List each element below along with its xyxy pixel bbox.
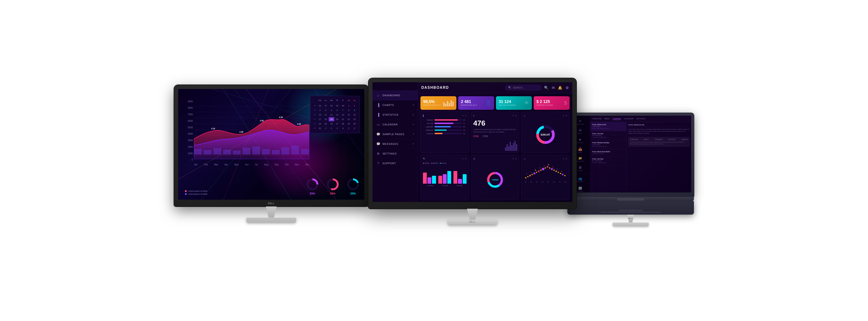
close-icon-5[interactable]: × [515, 157, 517, 160]
sidebar-label-support: SUPPORT [382, 162, 414, 165]
search-input[interactable] [513, 87, 538, 89]
laptop-trackpad[interactable] [617, 198, 644, 201]
support-icon: ? [376, 161, 380, 165]
chart-y-labels: 9000 8000 7000 6000 5000 4000 3000 2000 … [185, 100, 194, 161]
sidebar-item-statistick[interactable]: ▐ STATISTICK ▾ [373, 110, 417, 120]
chart-svg: 3.1k 2.9k 3.5k 4.2k 3.2k [194, 100, 309, 159]
kpi-row: 98,5% LOREM IPSUM SIT [418, 94, 572, 111]
email-reading-pane: From: Rebecca Ali Lorem ipsum dolor sit … [627, 122, 691, 192]
statistick-icon: ▐ [376, 113, 380, 117]
dollar-icon: $ [564, 100, 567, 106]
email-from-3: From: Michael DevOps [592, 142, 625, 143]
svg-rect-25 [272, 150, 280, 155]
laptop-tab-calendar[interactable]: CALENDAR [624, 118, 633, 120]
plus-icon-2[interactable]: + [512, 114, 514, 117]
email-subject-2: Re: AnyPrinting [592, 135, 625, 136]
laptop-tab-starred[interactable]: STARRED [613, 118, 621, 120]
calendar-icon: ▭ [376, 122, 380, 127]
eye-icon: 👁 [524, 100, 529, 106]
laptop-tab-inbox[interactable]: INBOX [604, 118, 610, 120]
sidebar-item-settings[interactable]: ⚙ SETTINGS [373, 149, 417, 159]
messages-icon: 💬 [376, 142, 380, 146]
laptop-nav-label-important: IMPORTANT [576, 161, 585, 162]
settings-icon: ⚙ [376, 152, 380, 156]
svg-rect-23 [252, 147, 260, 155]
plus-icon-3[interactable]: + [563, 114, 564, 117]
email-item-2[interactable]: From: Jon Doe Re: AnyPrinting Consectetu… [590, 131, 626, 140]
email-item-5[interactable]: From: Jon Doe Re: AnyPrinting Et dolore … [590, 156, 626, 165]
sample-pages-icon: 💬 [376, 132, 380, 136]
left-monitor-brand: DELL [268, 202, 275, 205]
svg-point-69 [539, 167, 540, 168]
sidebar-logo [373, 82, 417, 91]
svg-point-52 [536, 171, 537, 173]
donut-svg-2 [326, 178, 340, 191]
left-monitor-screen: mo tu we th fr sa su 48 26 27 28 29 [178, 89, 364, 200]
close-icon-6[interactable]: × [565, 157, 567, 160]
laptop-stand [567, 215, 694, 226]
kpi-card-2: 2 481 ADIPISCING ELIT 👤 [458, 96, 494, 110]
svg-point-57 [547, 166, 548, 168]
email-item-1[interactable]: From: Rebecca Ali Lorem ipsum... Lorem i… [590, 122, 626, 131]
close-icon-4[interactable]: × [465, 157, 467, 160]
laptop-nav-label-company: Company [577, 190, 583, 192]
svg-point-60 [553, 169, 555, 171]
close-icon-2[interactable]: × [515, 114, 517, 117]
plus-icon[interactable]: + [462, 114, 464, 117]
sent-icon: 📤 [578, 147, 582, 151]
sidebar-item-charts[interactable]: ▐ CHARTS ▾ [373, 100, 417, 110]
svg-point-56 [545, 167, 546, 168]
sidebar-item-dashboard[interactable]: ⌂ DASHBOARD [373, 91, 417, 100]
svg-text:2.9k: 2.9k [239, 131, 244, 133]
laptop-tab-settings[interactable]: SETTINGS [636, 118, 645, 120]
middle-monitor-screen: ⌂ DASHBOARD ▐ CHARTS ▾ ▐ STATISTICK ▾ [373, 82, 572, 202]
email-preview-1: Lorem ipsum dolor sit amet... [592, 128, 625, 129]
sidebar-label-statistick: STATISTICK [382, 114, 413, 116]
topbar-mail-icon[interactable]: ✉ [552, 86, 555, 90]
plus-icon-5[interactable]: + [512, 157, 514, 160]
legend-dot-2 [185, 193, 187, 195]
svg-rect-17 [194, 149, 202, 155]
email-pane-body: Lorem ipsum dolor sit amet, consectetur … [628, 128, 689, 134]
svg-point-70 [544, 165, 545, 166]
laptop-tab-compose[interactable]: COMPOSE [592, 118, 601, 120]
svg-point-49 [529, 174, 531, 176]
sidebar-item-sample-pages[interactable]: 💬 SAMPLE PAGES ▾ [373, 129, 417, 139]
search-bar[interactable]: 🔍 [505, 85, 541, 90]
svg-point-62 [558, 171, 559, 173]
plus-icon-6[interactable]: + [563, 157, 564, 160]
calendar-header: mo tu we th fr sa su [313, 98, 358, 102]
laptop-base [567, 197, 694, 201]
svg-point-65 [564, 175, 565, 176]
email-item-3[interactable]: From: Michael DevOps Lorem ipsum... Sed … [590, 140, 626, 149]
home-icon: ⌂ [376, 93, 380, 97]
search-icon-small: 🔍 [508, 86, 512, 89]
close-icon-3[interactable]: × [565, 114, 567, 117]
reply-compose-area: COMPOSE REPLY FORWARD ARCHIVE UNREAD Lor… [628, 137, 689, 147]
topbar-search-icon[interactable]: 🔍 [544, 86, 549, 90]
email-pane-header: From: Rebecca Ali [628, 124, 689, 127]
svg-rect-19 [213, 148, 221, 155]
hbar-row-2: OLLUM 70 [423, 122, 467, 125]
email-item-4[interactable]: From: Work Desk MUST Incididunt ut labor… [590, 149, 626, 156]
kpi-card-4: $ 2 125 TEMPOR INCIDID $ [534, 96, 569, 110]
email-preview-4: Incididunt ut labore... [592, 153, 625, 154]
email-from-4: From: Work Desk MUST [592, 151, 625, 153]
plus-icon-4[interactable]: + [462, 157, 464, 160]
topbar-gear-icon[interactable]: ⚙ [565, 86, 569, 90]
sidebar-item-calendar[interactable]: ▭ CALENDAR ▾ [373, 120, 417, 129]
sidebar-item-messages[interactable]: 💬 MESSAGES ▾ [373, 139, 417, 149]
middle-monitor-bezel: ⌂ DASHBOARD ▐ CHARTS ▾ ▐ STATISTICK ▾ [368, 78, 577, 209]
cal-week-49: 49 3 4 5 6 7 8 9 [313, 108, 358, 112]
sidebar-item-support[interactable]: ? SUPPORT [373, 159, 417, 168]
company-icon: 🏢 [578, 186, 582, 190]
bar-xlabel-1: LOREM [427, 185, 433, 187]
svg-point-58 [549, 167, 550, 168]
laptop-content: From: Rebecca Ali Lorem ipsum... Lorem i… [590, 122, 691, 192]
svg-point-51 [533, 172, 536, 174]
close-icon[interactable]: × [465, 114, 467, 117]
card-header-multibar: 🔍 + × [423, 157, 467, 160]
topbar-bell-icon[interactable]: 🔔 [558, 86, 562, 90]
stand-neck-middle [463, 209, 482, 220]
card-header-donut2: ⊞ + × [473, 157, 517, 160]
